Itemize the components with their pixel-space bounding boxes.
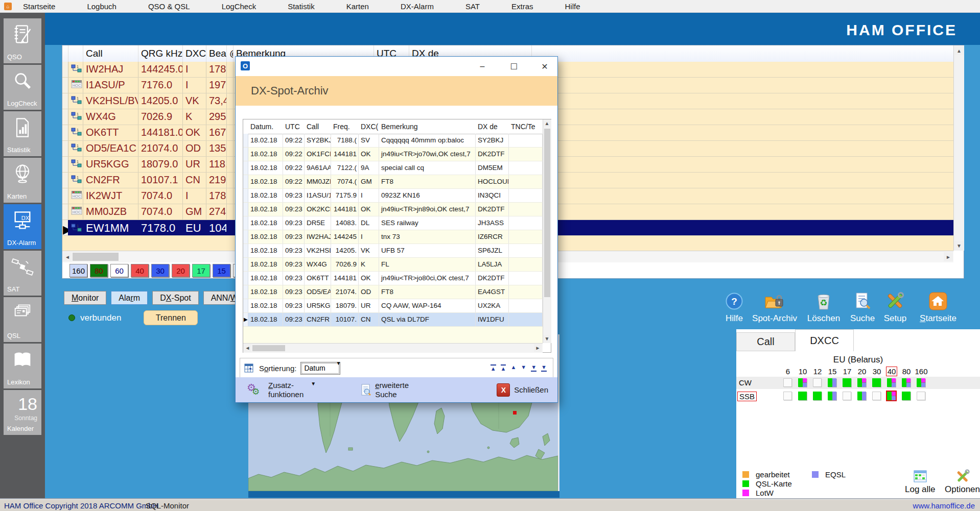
sidebar-item-logcheck[interactable]: LogCheck	[4, 65, 41, 110]
sidebar-item-qso[interactable]: QSO	[4, 18, 41, 63]
band-status-cell[interactable]	[783, 392, 792, 400]
column-header-Call[interactable]: Call	[83, 45, 138, 62]
archive-column-header-Datum.[interactable]: Datum.	[248, 119, 283, 134]
menu-item-dx-alarm[interactable]: DX-Alarm	[394, 2, 440, 11]
menu-item-karten[interactable]: Karten	[340, 2, 375, 11]
sidebar-item-qsl[interactable]: QSL	[4, 297, 41, 342]
tab-dx-spot[interactable]: DX-Spot	[152, 291, 198, 305]
band-status-cell[interactable]	[783, 378, 792, 387]
spot-table-vertical-scrollbar[interactable]: ▲ ▼	[953, 45, 964, 251]
archive-row[interactable]: 18.02.1809:22MM0JZB7074.(GMFT8HOCLOUD	[243, 175, 543, 189]
band-button-17[interactable]: 17	[192, 264, 210, 277]
band-button-20[interactable]: 20	[172, 264, 190, 277]
toolbar-spot-archiv-button[interactable]: Spot-Archiv	[751, 292, 798, 324]
scrollbar-thumb[interactable]	[73, 253, 119, 261]
archive-column-header-Bemerkung[interactable]: Bemerkung	[379, 119, 476, 134]
scroll-up-icon[interactable]: ▲	[954, 46, 964, 55]
menu-item-hilfe[interactable]: Hilfe	[559, 2, 587, 11]
band-status-cell[interactable]	[813, 378, 822, 387]
nav-page-down-icon[interactable]: ▼	[531, 364, 536, 372]
sort-dropdown[interactable]: Datum ▼	[300, 362, 340, 375]
sidebar-item-statistik[interactable]: Statistik	[4, 111, 41, 156]
band-button-30[interactable]: 30	[151, 264, 169, 277]
nav-page-up-icon[interactable]: ▲	[501, 364, 506, 372]
tab-alarm[interactable]: Alarm	[111, 291, 148, 305]
band-status-cell[interactable]	[813, 392, 822, 400]
archive-column-header-DXC([interactable]: DXC(	[359, 119, 379, 134]
menu-item-startseite[interactable]: Startseite	[17, 2, 61, 11]
tab-call[interactable]: Call	[736, 332, 795, 351]
nav-up-icon[interactable]: ▲	[510, 364, 516, 372]
band-button-60[interactable]: 60	[110, 264, 128, 277]
band-status-cell[interactable]	[887, 392, 896, 400]
archive-row[interactable]: 18.02.1809:22SY2BKJ7188.(SVCqqqqqq 40mmm…	[243, 134, 543, 148]
nav-first-icon[interactable]: ▲	[491, 364, 496, 372]
band-button-40[interactable]: 40	[131, 264, 149, 277]
toolbar-startseite-button[interactable]: Startseite	[920, 292, 956, 324]
band-status-cell[interactable]	[843, 392, 851, 400]
archive-column-header-Freq.[interactable]: Freq.	[331, 119, 359, 134]
archive-column-header-blank[interactable]	[243, 119, 248, 134]
band-status-cell[interactable]	[828, 392, 836, 400]
toolbar-hilfe-button[interactable]: ?Hilfe	[720, 292, 749, 324]
nav-last-icon[interactable]: ▼	[541, 364, 547, 372]
band-status-cell[interactable]	[798, 392, 807, 400]
options-button[interactable]: Optionen	[945, 469, 980, 495]
sidebar-item-karten[interactable]: Karten	[4, 158, 41, 203]
scroll-right-icon[interactable]: ►	[534, 344, 542, 352]
band-status-cell[interactable]	[917, 378, 925, 387]
extra-functions-button[interactable]: Zusatz-funktionen ▼	[264, 381, 316, 399]
home-icon[interactable]: ⌂	[4, 3, 12, 10]
archive-row[interactable]: 18.02.1809:23DR5E14083.DLSES railwayJH3A…	[243, 216, 543, 230]
scrollbar-thumb[interactable]	[252, 345, 285, 351]
archive-row[interactable]: 18.02.1809:23OD5/EA1C21074.ODFT8EA4GST	[243, 285, 543, 299]
advanced-search-button[interactable]: erweiterteSuche	[371, 381, 409, 399]
menu-item-statistik[interactable]: Statistik	[282, 2, 321, 11]
archive-column-header-DX de[interactable]: DX de	[476, 119, 509, 134]
band-status-cell[interactable]	[843, 378, 851, 387]
archive-row[interactable]: 18.02.1809:229A61AA7122.(9Aspecial call …	[243, 161, 543, 175]
column-header-blank[interactable]	[532, 45, 953, 62]
archive-row[interactable]: ▶18.02.1809:23CN2FR10107.CNQSL via DL7DF…	[243, 313, 543, 327]
close-icon[interactable]: X	[497, 383, 510, 397]
band-status-cell[interactable]	[917, 392, 925, 400]
menu-item-qso-qsl[interactable]: QSO & QSL	[142, 2, 196, 11]
nav-down-icon[interactable]: ▼	[521, 364, 526, 372]
band-status-cell[interactable]	[872, 392, 881, 400]
disconnect-button[interactable]: Trennen	[144, 310, 198, 325]
toolbar-löschen-button[interactable]: ♻Löschen	[805, 292, 842, 324]
column-header-QRG kHz[interactable]: QRG kHz	[138, 45, 183, 62]
menu-item-extras[interactable]: Extras	[505, 2, 540, 11]
band-status-cell[interactable]	[798, 378, 807, 387]
band-status-cell[interactable]	[887, 378, 896, 387]
band-status-cell[interactable]	[857, 378, 866, 387]
sidebar-item-lexikon[interactable]: Lexikon	[4, 344, 41, 388]
archive-row[interactable]: 18.02.1809:23IW2HAJ144245Itnx 73IZ6RCR	[243, 230, 543, 244]
archive-horizontal-scrollbar[interactable]: ◄ ►	[243, 343, 543, 353]
archive-row[interactable]: 18.02.1809:23I1ASU/17175.9I0923Z KN16IN3…	[243, 189, 543, 203]
scroll-left-icon[interactable]: ◄	[244, 344, 251, 352]
archive-row[interactable]: 18.02.1809:23VK2HSL/BV14205.VKUFB 57SP6J…	[243, 244, 543, 258]
band-button-160[interactable]: 160	[69, 264, 87, 277]
band-status-cell[interactable]	[857, 392, 866, 400]
sidebar-item-kalender[interactable]: 18SonntagKalender	[4, 390, 41, 435]
sidebar-item-sat[interactable]: SAT	[4, 251, 41, 296]
website-link[interactable]: www.hamoffice.de	[913, 501, 975, 510]
scroll-down-icon[interactable]: ▼	[543, 335, 551, 343]
scroll-right-icon[interactable]: ►	[944, 252, 953, 261]
band-status-cell[interactable]	[828, 378, 836, 387]
archive-row[interactable]: 18.02.1809:23OK6TT144181OKjn49iu<TR>jo80…	[243, 272, 543, 285]
toolbar-setup-button[interactable]: Setup	[880, 292, 911, 324]
archive-row[interactable]: 18.02.1809:23UR5KGG18079.URCQ AAW, WAP-1…	[243, 299, 543, 313]
menu-item-sat[interactable]: SAT	[459, 2, 486, 11]
archive-row[interactable]: 18.02.1809:23OK2KCN144181OKjn49iu<TR>jn8…	[243, 203, 543, 216]
scrollbar-thumb[interactable]	[544, 129, 550, 297]
band-button-80[interactable]: 80	[90, 264, 108, 277]
archive-vertical-scrollbar[interactable]: ▲ ▼	[543, 119, 551, 343]
maximize-button[interactable]: ☐	[507, 60, 521, 73]
archive-row[interactable]: 18.02.1809:23WX4G7026.9KFLLA5LJA	[243, 258, 543, 272]
band-button-15[interactable]: 15	[213, 264, 230, 277]
scroll-left-icon[interactable]: ◄	[63, 252, 72, 261]
archive-column-header-Call[interactable]: Call	[305, 119, 331, 134]
column-header-blank[interactable]	[62, 45, 68, 62]
